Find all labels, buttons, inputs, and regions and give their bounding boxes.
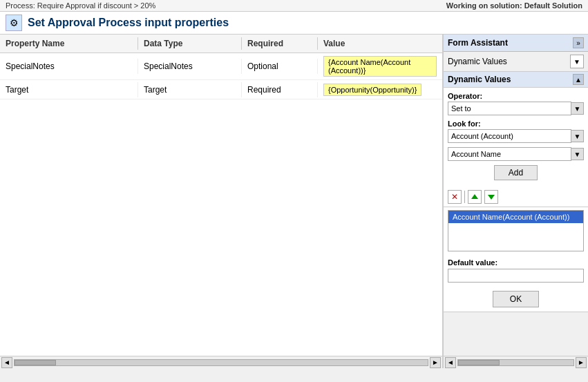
table-header: Property Name Data Type Required Value <box>0 35 442 53</box>
dynamic-values-section: Dynamic Values ▲ Operator: Set to ▼ Look… <box>444 72 588 312</box>
form-assistant-title: Form Assistant <box>448 38 508 48</box>
right-panel: Form Assistant » Dynamic Values ▼ Dynami… <box>443 35 588 368</box>
field-dropdown-btn[interactable]: ▼ <box>571 148 584 160</box>
ok-button[interactable]: OK <box>493 291 539 307</box>
left-panel: Property Name Data Type Required Value S… <box>0 35 443 368</box>
cell-property-2: Target <box>0 82 138 97</box>
page-title: Set Approval Process input properties <box>28 17 229 29</box>
list-area[interactable]: Account Name(Account (Account)) <box>448 210 584 251</box>
table-row: Target Target Required {Opportunity(Oppo… <box>0 80 442 99</box>
delete-button[interactable]: ✕ <box>448 190 462 204</box>
col-property-name: Property Name <box>0 37 138 50</box>
scroll-track[interactable] <box>14 359 428 366</box>
header-icon: ⚙ <box>6 15 22 31</box>
collapse-button[interactable]: ▲ <box>573 74 584 85</box>
list-controls: ✕ <box>444 187 588 207</box>
right-panel-scroll-thumb[interactable] <box>458 360 500 365</box>
col-value: Value <box>318 37 442 50</box>
table-row: SpecialNotes SpecialNotes Optional {Acco… <box>0 53 442 80</box>
operator-label: Operator: <box>448 92 584 100</box>
expand-button[interactable]: » <box>573 37 584 48</box>
move-up-button[interactable] <box>468 190 482 204</box>
right-panel-scroll-track[interactable] <box>457 359 574 366</box>
cell-required-2: Required <box>242 82 318 97</box>
cell-datatype-1: SpecialNotes <box>138 59 242 74</box>
section-title: Dynamic Values <box>448 75 511 84</box>
operator-dropdown-btn[interactable]: ▼ <box>571 102 584 115</box>
dynamic-values-label: Dynamic Values <box>448 57 567 66</box>
operator-field-row: Set to ▼ <box>448 102 584 115</box>
default-value-section: Default value: <box>444 254 588 287</box>
look-for-dropdown-btn[interactable]: ▼ <box>571 130 584 142</box>
move-down-button[interactable] <box>484 190 498 204</box>
value-tag-2[interactable]: {Opportunity(Opportunity)} <box>323 84 421 96</box>
list-item[interactable]: Account Name(Account (Account)) <box>448 211 583 223</box>
cell-required-1: Optional <box>242 59 318 74</box>
scroll-right-arrow[interactable]: ► <box>430 357 441 368</box>
right-panel-scrollbar: ◄ ► <box>444 356 588 368</box>
col-data-type: Data Type <box>138 37 242 50</box>
svg-marker-0 <box>471 194 478 199</box>
value-tag-1[interactable]: {Account Name(Account (Account))} <box>323 56 437 77</box>
default-value-input[interactable] <box>448 269 584 283</box>
section-header: Dynamic Values ▲ <box>444 72 588 88</box>
operator-dropdown[interactable]: Set to <box>448 102 571 115</box>
look-for-field-row: Account (Account) ▼ <box>448 129 584 143</box>
main-container: Property Name Data Type Required Value S… <box>0 35 588 368</box>
page-header: ⚙ Set Approval Process input properties <box>0 12 588 35</box>
cell-datatype-2: Target <box>138 82 242 97</box>
separator <box>464 191 465 203</box>
look-for-dropdown[interactable]: Account (Account) <box>448 129 571 143</box>
process-bar-text: Process: Require Approval if discount > … <box>6 1 155 10</box>
field-dropdown[interactable]: Account Name <box>448 147 571 161</box>
scroll-left-arrow[interactable]: ◄ <box>1 357 12 368</box>
form-assistant-header: Form Assistant » <box>444 35 588 52</box>
add-button[interactable]: Add <box>494 165 538 180</box>
right-panel-scroll-right[interactable]: ► <box>576 357 587 368</box>
process-bar: Process: Require Approval if discount > … <box>0 0 588 12</box>
section-body: Operator: Set to ▼ Look for: Account (Ac… <box>444 88 588 187</box>
cell-value-1[interactable]: {Account Name(Account (Account))} <box>318 53 442 79</box>
svg-marker-1 <box>488 195 495 200</box>
right-panel-scroll-left[interactable]: ◄ <box>445 357 456 368</box>
col-required: Required <box>242 37 318 50</box>
working-on-label: Working on solution: Default Solution <box>446 1 582 10</box>
dynamic-values-row: Dynamic Values ▼ <box>444 52 588 72</box>
look-for-label: Look for: <box>448 120 584 128</box>
dynamic-values-dropdown-btn[interactable]: ▼ <box>570 55 584 68</box>
field-dropdown-row: Account Name ▼ <box>448 147 584 161</box>
cell-value-2[interactable]: {Opportunity(Opportunity)} <box>318 81 442 99</box>
horizontal-scrollbar: ◄ ► <box>0 356 442 368</box>
scroll-thumb[interactable] <box>15 360 56 365</box>
default-value-label: Default value: <box>448 258 584 267</box>
cell-property-1: SpecialNotes <box>0 59 138 74</box>
